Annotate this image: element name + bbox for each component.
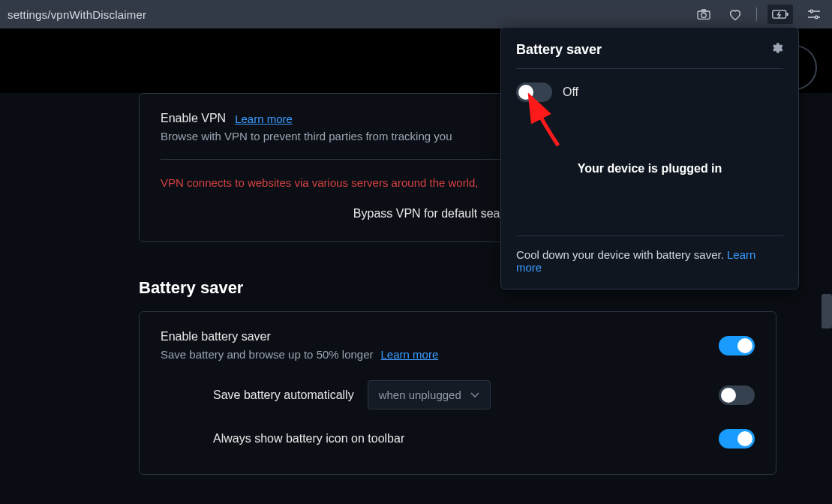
easy-setup-icon[interactable] bbox=[803, 7, 824, 22]
popover-title: Battery saver bbox=[516, 42, 602, 58]
save-auto-toggle[interactable] bbox=[719, 386, 755, 405]
titlebar-tools bbox=[693, 4, 824, 24]
popover-footer-text: Cool down your device with battery saver… bbox=[516, 248, 724, 261]
svg-point-1 bbox=[701, 13, 706, 17]
enable-battery-label: Enable battery saver bbox=[161, 330, 438, 344]
enable-vpn-label: Enable VPN bbox=[161, 112, 226, 125]
popover-status: Your device is plugged in bbox=[516, 162, 783, 176]
window-titlebar: settings/vpnWithDisclaimer bbox=[0, 0, 832, 28]
svg-rect-3 bbox=[786, 13, 788, 16]
popover-battery-toggle[interactable] bbox=[516, 82, 552, 102]
battery-saver-popover: Battery saver Off Your device is plugged… bbox=[500, 27, 799, 290]
separator bbox=[756, 8, 757, 21]
battery-toolbar-icon[interactable] bbox=[767, 4, 793, 24]
gear-icon[interactable] bbox=[770, 41, 783, 58]
heart-icon[interactable] bbox=[725, 6, 746, 22]
svg-point-7 bbox=[815, 16, 818, 19]
address-path: settings/vpnWithDisclaimer bbox=[8, 8, 693, 21]
battery-learn-more-link[interactable]: Learn more bbox=[381, 348, 439, 361]
popover-state-label: Off bbox=[563, 86, 578, 99]
snapshot-icon[interactable] bbox=[693, 7, 714, 22]
save-auto-select[interactable]: when unplugged bbox=[368, 380, 491, 410]
always-show-icon-label: Always show battery icon on toolbar bbox=[213, 432, 404, 446]
battery-card: Enable battery saver Save battery and br… bbox=[139, 311, 776, 475]
chevron-down-icon bbox=[470, 392, 479, 398]
svg-point-5 bbox=[810, 10, 813, 13]
divider bbox=[516, 68, 783, 69]
save-auto-value: when unplugged bbox=[379, 388, 461, 401]
enable-battery-toggle[interactable] bbox=[719, 336, 755, 356]
always-show-icon-toggle[interactable] bbox=[719, 429, 755, 448]
battery-subtext: Save battery and browse up to 50% longer bbox=[161, 348, 374, 361]
scrollbar-thumb[interactable] bbox=[821, 294, 832, 328]
save-auto-label: Save battery automatically bbox=[213, 388, 354, 402]
divider bbox=[516, 236, 783, 236]
vpn-learn-more-link[interactable]: Learn more bbox=[235, 112, 293, 125]
